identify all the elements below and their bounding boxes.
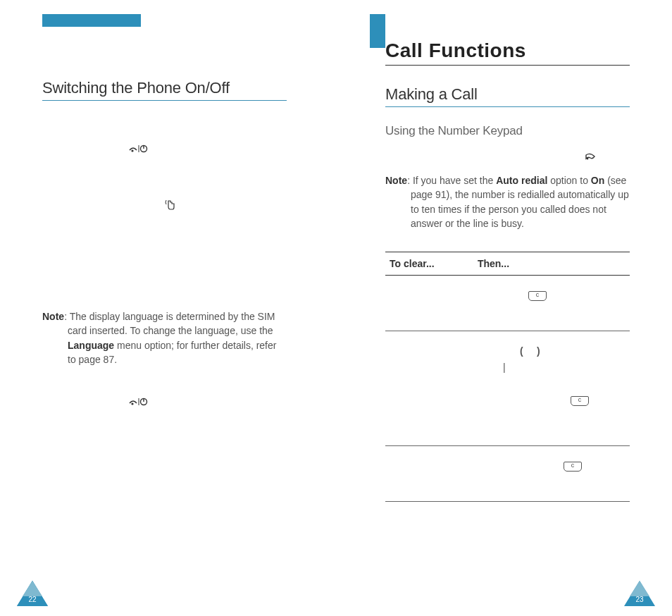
clear-table: To clear... Then... ( )	[385, 252, 630, 502]
table-cell-ckey-3	[473, 446, 630, 502]
svg-point-4	[131, 402, 133, 405]
note-part2: option to	[547, 175, 591, 186]
table-row	[385, 446, 630, 502]
page-marker-right: 23	[624, 581, 655, 606]
svg-point-0	[131, 149, 133, 152]
page-marker-left: 22	[17, 581, 48, 606]
note-auto-redial: Note: If you have set the Auto redial op…	[385, 173, 630, 230]
end-power-key-icon	[42, 142, 287, 154]
table-cell-paren: ( ) |	[473, 331, 630, 446]
subsection-title-keypad: Using the Number Keypad	[385, 124, 630, 138]
note-label-2: Note	[385, 175, 407, 186]
svg-marker-15	[630, 581, 649, 596]
note-bold-language: Language	[68, 340, 114, 351]
c-key-icon	[571, 396, 589, 406]
c-key-icon	[564, 462, 582, 472]
end-power-key-icon-2	[42, 395, 287, 407]
chapter-accent-bar	[370, 14, 385, 48]
right-page: Call Functions Making a Call Using the N…	[336, 0, 672, 616]
chapter-title: Call Functions	[385, 14, 630, 65]
svg-marker-12	[23, 581, 42, 596]
page-number-22: 22	[17, 596, 48, 603]
table-row: ( ) |	[385, 331, 630, 446]
note-label: Note	[42, 311, 64, 322]
note-bold-autoredial: Auto redial	[496, 175, 547, 186]
c-key-icon	[528, 291, 547, 301]
section-title-making-call: Making a Call	[385, 85, 630, 107]
section-title-switching: Switching the Phone On/Off	[42, 79, 287, 101]
dial-icon	[385, 151, 630, 164]
note-bold-on: On	[591, 175, 604, 186]
svg-point-13	[587, 157, 589, 159]
table-row	[385, 276, 630, 331]
top-accent-bar	[42, 14, 141, 27]
note-body-1: : The display language is determined by …	[64, 311, 275, 336]
table-cell-ckey-1	[473, 276, 630, 331]
chapter-rule	[385, 65, 630, 66]
left-page: Switching the Phone On/Off Note: The dis…	[0, 0, 336, 616]
table-header-toclear: To clear...	[385, 252, 473, 276]
table-header-then: Then...	[473, 252, 630, 276]
note-language: Note: The display language is determined…	[42, 309, 287, 366]
page-number-23: 23	[624, 596, 655, 603]
tap-icon	[42, 198, 287, 212]
note-part1: : If you have set the	[407, 175, 496, 186]
